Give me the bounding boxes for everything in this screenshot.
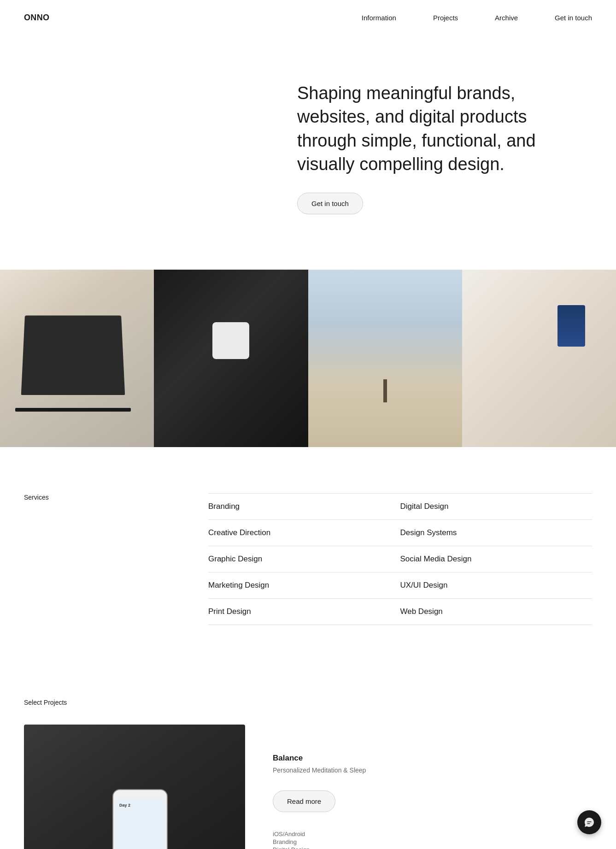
service-social-media-design[interactable]: Social Media Design: [400, 546, 593, 572]
services-label-container: Services: [24, 493, 208, 625]
service-web-design[interactable]: Web Design: [400, 599, 593, 625]
gallery-item-4[interactable]: [462, 270, 616, 447]
hero-cta-button[interactable]: Get in touch: [297, 193, 363, 214]
project-read-more-button[interactable]: Read more: [273, 790, 335, 812]
services-section: Services Branding Creative Direction Gra…: [0, 447, 616, 662]
site-header: ONNO Information Projects Archive Get in…: [0, 0, 616, 35]
gallery-item-1[interactable]: [0, 270, 154, 447]
project-image-balance: Day 2: [24, 725, 245, 849]
service-marketing-design[interactable]: Marketing Design: [208, 572, 400, 599]
gallery-item-3[interactable]: [308, 270, 462, 447]
gallery-image-3: [308, 270, 462, 447]
gallery-image-1: [0, 270, 154, 447]
project-tags: iOS/Android Branding Digital Design UX/U…: [273, 831, 366, 849]
project-tag-2: Digital Design: [273, 846, 366, 849]
phone-mockup: Day 2: [112, 789, 168, 849]
chat-button[interactable]: [577, 810, 601, 834]
services-grid: Branding Creative Direction Graphic Desi…: [208, 493, 592, 625]
hero-section: Shaping meaningful brands, websites, and…: [0, 35, 616, 242]
nav-archive[interactable]: Archive: [495, 14, 518, 22]
project-card-balance: Day 2 Balance Personalized Meditation & …: [24, 725, 592, 849]
project-tag-1: Branding: [273, 838, 366, 845]
projects-section: Select Projects Day 2 Balance Personaliz…: [0, 662, 616, 849]
nav-projects[interactable]: Projects: [433, 14, 458, 22]
chat-icon: [584, 817, 595, 828]
service-graphic-design[interactable]: Graphic Design: [208, 546, 400, 572]
service-design-systems[interactable]: Design Systems: [400, 520, 593, 546]
phone-screen-text: Day 2: [119, 803, 130, 808]
project-image-inner: Day 2: [24, 725, 245, 849]
services-col-right: Digital Design Design Systems Social Med…: [400, 493, 593, 625]
site-logo[interactable]: ONNO: [24, 13, 49, 23]
project-title: Balance: [273, 754, 366, 763]
project-tag-0: iOS/Android: [273, 831, 366, 837]
project-info-balance: Balance Personalized Meditation & Sleep …: [245, 725, 393, 849]
service-print-design[interactable]: Print Design: [208, 599, 400, 625]
nav-get-in-touch[interactable]: Get in touch: [555, 14, 592, 22]
hero-headline: Shaping meaningful brands, websites, and…: [297, 82, 555, 176]
services-section-label: Services: [24, 494, 49, 501]
service-digital-design[interactable]: Digital Design: [400, 493, 593, 520]
gallery-image-2: [154, 270, 308, 447]
service-uxui-design[interactable]: UX/UI Design: [400, 572, 593, 599]
projects-section-label: Select Projects: [24, 699, 592, 706]
service-branding[interactable]: Branding: [208, 493, 400, 520]
phone-screen: Day 2: [116, 798, 164, 849]
gallery-image-4: [462, 270, 616, 447]
nav-information[interactable]: Information: [362, 14, 396, 22]
hero-content: Shaping meaningful brands, websites, and…: [297, 82, 555, 214]
project-subtitle: Personalized Meditation & Sleep: [273, 766, 366, 774]
gallery-section: [0, 270, 616, 447]
gallery-item-2[interactable]: [154, 270, 308, 447]
service-creative-direction[interactable]: Creative Direction: [208, 520, 400, 546]
main-nav: Information Projects Archive Get in touc…: [362, 14, 592, 22]
services-col-left: Branding Creative Direction Graphic Desi…: [208, 493, 400, 625]
